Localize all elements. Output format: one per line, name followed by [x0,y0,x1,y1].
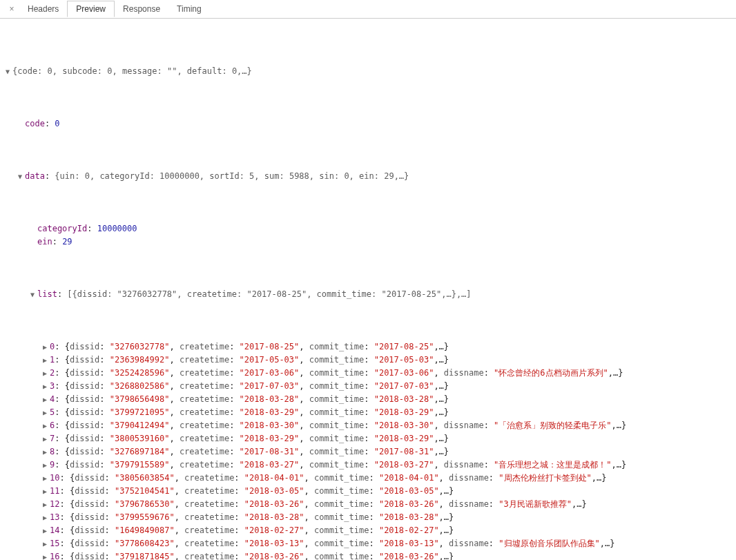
collapse-arrow-icon[interactable]: ▶ [41,419,48,432]
code-row[interactable]: ▶ code: 0 [4,117,732,131]
collapse-arrow-icon[interactable]: ▶ [41,406,48,419]
list-item[interactable]: ▶14: {dissid: "1649849087", createtime: … [4,524,732,537]
list-header: list: [{dissid: "3276032778", createtime… [37,288,472,301]
list-item[interactable]: ▶9: {dissid: "3797915589", createtime: "… [4,458,732,472]
root-summary: {code: 0, subcode: 0, message: "", defau… [12,65,252,78]
list-item[interactable]: ▶13: {dissid: "3799559676", createtime: … [4,511,732,524]
list-item[interactable]: ▶5: {dissid: "3799721095", createtime: "… [4,406,732,419]
collapse-arrow-icon[interactable]: ▶ [41,367,48,380]
list-item[interactable]: ▶11: {dissid: "3752104541", createtime: … [4,485,732,498]
list-item[interactable]: ▶6: {dissid: "3790412494", createtime: "… [4,419,732,432]
tab-response[interactable]: Response [115,1,168,17]
expand-arrow-icon[interactable]: ▼ [17,170,23,183]
expand-arrow-icon[interactable]: ▼ [4,65,11,78]
collapse-arrow-icon[interactable]: ▶ [41,393,48,406]
collapse-arrow-icon[interactable]: ▶ [41,340,48,354]
list-item[interactable]: ▶15: {dissid: "3778608423", createtime: … [4,537,732,550]
collapse-arrow-icon[interactable]: ▶ [41,485,48,498]
list-item[interactable]: ▶16: {dissid: "3791871845", createtime: … [4,550,732,560]
collapse-arrow-icon[interactable]: ▶ [41,458,48,472]
json-preview-tree: ▼ {code: 0, subcode: 0, message: "", def… [0,19,736,560]
collapse-arrow-icon[interactable]: ▶ [41,537,48,550]
collapse-arrow-icon[interactable]: ▶ [41,472,48,485]
code-kv: code: 0 [25,117,60,131]
list-item[interactable]: ▶3: {dissid: "3268802586", createtime: "… [4,380,732,393]
list-item[interactable]: ▶8: {dissid: "3276897184", createtime: "… [4,445,732,458]
list-item[interactable]: ▶1: {dissid: "2363984992", createtime: "… [4,354,732,367]
list-item[interactable]: ▶7: {dissid: "3800539160", createtime: "… [4,432,732,445]
data-ein-row[interactable]: ▶ein: 29 [4,235,732,249]
tab-headers[interactable]: Headers [19,1,67,17]
collapse-arrow-icon[interactable]: ▶ [41,432,48,445]
expand-arrow-icon[interactable]: ▼ [29,288,36,301]
data-node[interactable]: ▼ data: {uin: 0, categoryId: 10000000, s… [4,170,732,183]
collapse-arrow-icon[interactable]: ▶ [41,380,48,393]
list-node[interactable]: ▼ list: [{dissid: "3276032778", createti… [4,288,732,301]
root-node[interactable]: ▼ {code: 0, subcode: 0, message: "", def… [4,65,732,78]
list-item[interactable]: ▶2: {dissid: "3252428596", createtime: "… [4,367,732,380]
tab-preview[interactable]: Preview [67,1,115,17]
collapse-arrow-icon[interactable]: ▶ [41,524,48,537]
list-item[interactable]: ▶0: {dissid: "3276032778", createtime: "… [4,340,732,354]
list-item[interactable]: ▶12: {dissid: "3796786530", createtime: … [4,498,732,511]
collapse-arrow-icon[interactable]: ▶ [41,550,48,560]
data-categoryId-row[interactable]: ▶categoryId: 10000000 [4,222,732,235]
collapse-arrow-icon[interactable]: ▶ [41,354,48,367]
collapse-arrow-icon[interactable]: ▶ [41,498,48,511]
list-item[interactable]: ▶10: {dissid: "3805603854", createtime: … [4,472,732,485]
devtools-tabbar: × HeadersPreviewResponseTiming [0,0,736,19]
close-icon[interactable]: × [4,4,19,14]
data-row: data: {uin: 0, categoryId: 10000000, sor… [25,170,409,183]
tab-timing[interactable]: Timing [168,1,210,17]
collapse-arrow-icon[interactable]: ▶ [41,511,48,524]
list-item[interactable]: ▶4: {dissid: "3798656498", createtime: "… [4,393,732,406]
collapse-arrow-icon[interactable]: ▶ [41,445,48,458]
